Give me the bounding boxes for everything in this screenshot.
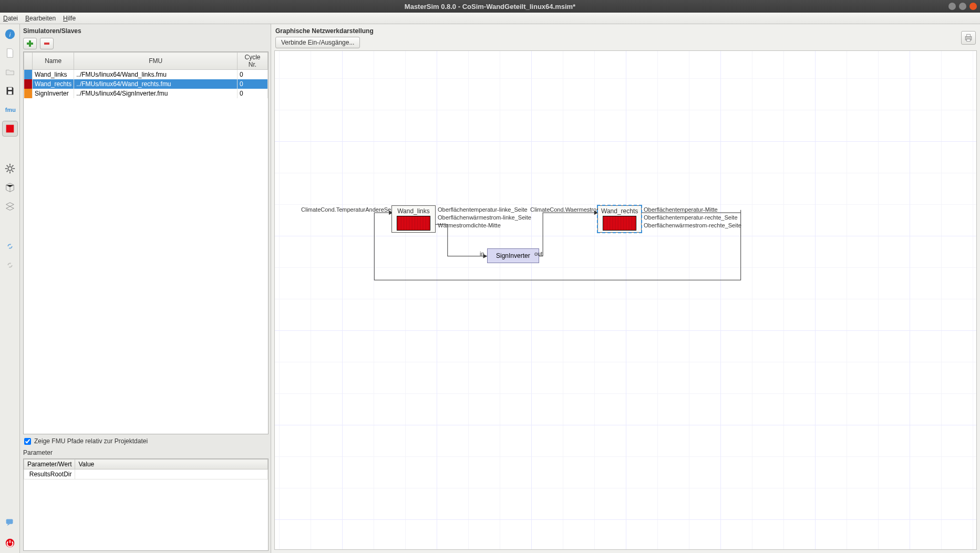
window-minimize-button[interactable]	[948, 3, 956, 10]
left-toolbar: i fmu	[0, 24, 20, 553]
relative-paths-label: Zeige FMU Pfade relativ zur Projektdatei	[34, 437, 148, 445]
node-wand-rechts[interactable]: Wand_rechts	[597, 205, 642, 233]
node-wand-links[interactable]: Wand_links	[391, 205, 436, 233]
node-wand-rechts-title: Wand_rechts	[601, 207, 638, 215]
row-cycle-cell: 0	[238, 89, 268, 98]
menu-bearbeiten[interactable]: Bearbeiten	[25, 15, 56, 22]
svg-line-13	[6, 171, 8, 172]
slaves-th-fmu[interactable]: FMU	[74, 53, 238, 70]
menu-hilfe[interactable]: Hilfe	[63, 15, 76, 22]
table-row[interactable]: Wand_links../FMUs/linux64/Wand_links.fmu…	[24, 70, 268, 80]
menu-datei[interactable]: Datei	[3, 15, 18, 22]
port-label-si-in: in	[480, 251, 484, 257]
wire-overlay	[275, 51, 976, 549]
row-name-cell: Wand_rechts	[33, 79, 74, 89]
port-label-wr-out2: Oberflächenwärmestrom-rechte_Seite	[644, 222, 741, 228]
slaves-panel-title: Simulatoren/Slaves	[23, 26, 269, 38]
row-color-cell	[24, 79, 33, 89]
svg-rect-2	[8, 88, 12, 90]
print-button[interactable]	[961, 31, 976, 45]
node-wand-rechts-body	[603, 216, 636, 231]
port-label-wr-out1: Oberflächentemperatur-rechte_Seite	[644, 214, 738, 221]
window-controls	[948, 3, 977, 10]
toolbar-fmu-button[interactable]: fmu	[2, 102, 18, 118]
table-row[interactable]: SignInverter../FMUs/linux64/SignInverter…	[24, 89, 268, 98]
node-signinverter-title: SignInverter	[496, 252, 530, 259]
toolbar-settings-button[interactable]	[2, 161, 18, 176]
window-title: MasterSim 0.8.0 - CoSim-WandGeteilt_linu…	[405, 3, 575, 11]
relative-paths-checkbox[interactable]	[24, 438, 31, 445]
add-slave-button[interactable]	[23, 38, 37, 49]
port-label-wl-out0: Oberflächentemperatur-linke_Seite	[438, 206, 528, 213]
port-label-si-out: out	[534, 251, 542, 257]
port-label-wl-out2: Wärmestromdichte-Mitte	[438, 222, 501, 228]
slaves-th-color	[24, 53, 33, 70]
toolbar-chat-button[interactable]	[2, 514, 18, 530]
svg-rect-15	[6, 519, 13, 524]
param-th-value[interactable]: Value	[75, 460, 268, 469]
toolbar-open-button[interactable]	[2, 64, 18, 80]
relative-paths-checkbox-row[interactable]: Zeige FMU Pfade relativ zur Projektdatei	[23, 434, 269, 446]
toolbar-info-button[interactable]: i	[2, 26, 18, 42]
slaves-th-cycle[interactable]: Cycle Nr.	[238, 53, 268, 70]
right-header: Graphische Netzwerkdarstellung Verbinde …	[271, 24, 980, 50]
parameter-title: Parameter	[23, 446, 269, 458]
svg-line-14	[12, 165, 13, 167]
window-maximize-button[interactable]	[959, 3, 966, 10]
param-th-name[interactable]: Parameter/Wert	[24, 460, 75, 469]
slaves-th-name[interactable]: Name	[33, 53, 74, 70]
row-name-cell: Wand_links	[33, 70, 74, 80]
toolbar-power-button[interactable]	[2, 535, 18, 551]
svg-point-6	[8, 166, 12, 170]
table-row[interactable]: Wand_rechts../FMUs/linux64/Wand_rechts.f…	[24, 79, 268, 89]
port-label-wl-out1: Oberflächenwärmestrom-linke_Seite	[438, 214, 531, 221]
row-color-cell	[24, 89, 33, 98]
row-fmu-cell: ../FMUs/linux64/SignInverter.fmu	[74, 89, 238, 98]
svg-text:fmu: fmu	[5, 107, 15, 113]
toolbar-cube-button[interactable]	[2, 180, 18, 195]
toolbar-slave-button[interactable]	[2, 121, 18, 137]
parameter-table[interactable]: Parameter/Wert Value ResultsRootDir	[24, 459, 268, 479]
graph-canvas[interactable]: ClimateCond.TemperaturAndereSeite Wand_l…	[274, 50, 977, 550]
row-fmu-cell: ../FMUs/linux64/Wand_rechts.fmu	[74, 79, 238, 89]
row-cycle-cell: 0	[238, 70, 268, 80]
connect-io-button[interactable]: Verbinde Ein-/Ausgänge...	[275, 37, 360, 48]
svg-rect-18	[27, 43, 33, 45]
graph-title: Graphische Netzwerkdarstellung	[275, 27, 374, 35]
left-panel: Simulatoren/Slaves Name FMU Cycle Nr.	[20, 24, 271, 553]
toolbar-link-button[interactable]	[2, 238, 18, 254]
toolbar-unlink-button[interactable]	[2, 257, 18, 273]
node-signinverter[interactable]: SignInverter	[487, 248, 539, 263]
menubar: Datei Bearbeiten Hilfe	[0, 13, 980, 24]
toolbar-new-file-button[interactable]	[2, 45, 18, 61]
svg-rect-5	[6, 125, 14, 133]
toolbar-layers-button[interactable]	[2, 199, 18, 214]
svg-rect-21	[967, 34, 971, 36]
window-titlebar: MasterSim 0.8.0 - CoSim-WandGeteilt_linu…	[0, 0, 980, 13]
parameter-table-wrap: Parameter/Wert Value ResultsRootDir	[23, 458, 269, 551]
node-wand-links-body	[397, 216, 430, 231]
port-label-wr-out0: Oberflächentemperatur-Mitte	[644, 206, 718, 213]
node-wand-links-title: Wand_links	[395, 207, 432, 215]
right-panel: Graphische Netzwerkdarstellung Verbinde …	[271, 24, 980, 553]
port-label-wl-in: ClimateCond.TemperaturAndereSeite	[301, 206, 397, 213]
workspace: i fmu	[0, 24, 980, 553]
svg-rect-22	[967, 39, 971, 41]
slaves-button-row	[23, 38, 269, 49]
svg-line-12	[12, 171, 13, 172]
remove-slave-button[interactable]	[40, 38, 54, 49]
svg-rect-19	[44, 43, 49, 45]
param-row[interactable]: ResultsRootDir	[24, 469, 268, 479]
param-name-cell: ResultsRootDir	[24, 469, 75, 479]
param-value-cell[interactable]	[75, 469, 268, 479]
row-color-cell	[24, 70, 33, 80]
svg-line-11	[6, 165, 8, 167]
row-cycle-cell: 0	[238, 79, 268, 89]
slaves-table-wrap: Name FMU Cycle Nr. Wand_links../FMUs/lin…	[23, 51, 269, 434]
port-label-wr-in: ClimateCond.Waermestrom	[530, 206, 601, 213]
row-fmu-cell: ../FMUs/linux64/Wand_links.fmu	[74, 70, 238, 80]
row-name-cell: SignInverter	[33, 89, 74, 98]
window-close-button[interactable]	[969, 3, 977, 10]
toolbar-save-button[interactable]	[2, 83, 18, 99]
slaves-table[interactable]: Name FMU Cycle Nr. Wand_links../FMUs/lin…	[24, 52, 268, 98]
